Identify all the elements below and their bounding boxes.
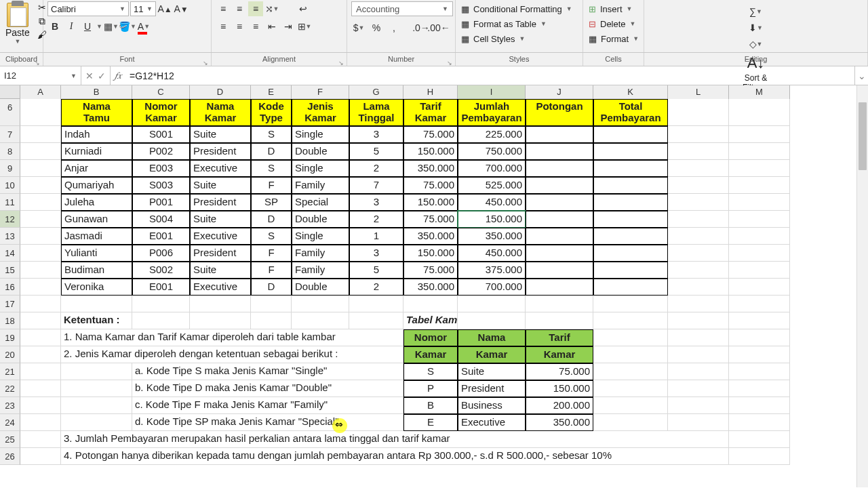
cell-H7[interactable]: 75.000 bbox=[403, 126, 458, 143]
cell-B10[interactable]: Qumariyah bbox=[61, 177, 132, 194]
tabel-kamar-header-H[interactable]: Nomor bbox=[403, 329, 458, 346]
tabel-kamar-title[interactable]: Tabel Kamar bbox=[403, 312, 458, 329]
cell-F16[interactable]: Double bbox=[292, 279, 349, 296]
cell[interactable] bbox=[593, 397, 668, 414]
cell-M11[interactable] bbox=[729, 194, 790, 211]
col-header-E[interactable]: E bbox=[251, 85, 292, 99]
cell-F10[interactable]: Family bbox=[292, 177, 349, 194]
cell-B14[interactable]: Yulianti bbox=[61, 245, 132, 262]
row-header-22[interactable]: 22 bbox=[0, 380, 20, 397]
tabel-kamar-I22[interactable]: President bbox=[458, 380, 526, 397]
tabel-kamar-H23[interactable]: B bbox=[403, 397, 458, 414]
cell-K12[interactable] bbox=[593, 211, 668, 228]
cell[interactable] bbox=[668, 346, 729, 363]
cell-B13[interactable]: Jasmadi bbox=[61, 228, 132, 245]
cell[interactable] bbox=[729, 380, 790, 397]
cell-B11[interactable]: Juleha bbox=[61, 194, 132, 211]
cell-E15[interactable]: F bbox=[251, 262, 292, 279]
cell-G13[interactable]: 1 bbox=[349, 228, 403, 245]
col-header-F[interactable]: F bbox=[292, 85, 349, 99]
cell[interactable] bbox=[729, 448, 790, 465]
col-header-H[interactable]: H bbox=[403, 85, 458, 99]
cell-K17[interactable] bbox=[593, 296, 668, 312]
bold-button[interactable]: B bbox=[47, 19, 62, 34]
cell-D9[interactable]: Executive bbox=[190, 160, 251, 177]
cell[interactable] bbox=[526, 312, 593, 329]
cell[interactable] bbox=[593, 380, 668, 397]
cell-H11[interactable]: 150.000 bbox=[403, 194, 458, 211]
cell-D8[interactable]: President bbox=[190, 143, 251, 160]
cell-A15[interactable] bbox=[20, 262, 61, 279]
cell-B7[interactable]: Indah bbox=[61, 126, 132, 143]
cell[interactable] bbox=[20, 448, 61, 465]
cell-H15[interactable]: 75.000 bbox=[403, 262, 458, 279]
align-center-icon[interactable]: ≡ bbox=[232, 19, 247, 34]
cell-E12[interactable]: D bbox=[251, 211, 292, 228]
align-middle-icon[interactable]: ≡ bbox=[232, 1, 247, 16]
header-B[interactable]: NamaTamu bbox=[61, 99, 132, 126]
cell-I10[interactable]: 525.000 bbox=[458, 177, 526, 194]
scrollbar-thumb[interactable] bbox=[859, 102, 867, 170]
cell-H8[interactable]: 150.000 bbox=[403, 143, 458, 160]
cell-B15[interactable]: Budiman bbox=[61, 262, 132, 279]
cell-H14[interactable]: 150.000 bbox=[403, 245, 458, 262]
row-header-19[interactable]: 19 bbox=[0, 329, 20, 346]
row-header-18[interactable]: 18 bbox=[0, 312, 20, 329]
cell-B9[interactable]: Anjar bbox=[61, 160, 132, 177]
cell-G11[interactable]: 3 bbox=[349, 194, 403, 211]
cell-D17[interactable] bbox=[190, 296, 251, 312]
cell-G17[interactable] bbox=[349, 296, 403, 312]
cell[interactable] bbox=[668, 312, 729, 329]
cell-C9[interactable]: E003 bbox=[132, 160, 190, 177]
cell-K7[interactable] bbox=[593, 126, 668, 143]
cell-K16[interactable] bbox=[593, 279, 668, 296]
row-header-9[interactable]: 9 bbox=[0, 160, 20, 177]
cell[interactable] bbox=[729, 346, 790, 363]
cell-I8[interactable]: 750.000 bbox=[458, 143, 526, 160]
cell-G8[interactable]: 5 bbox=[349, 143, 403, 160]
cell-A7[interactable] bbox=[20, 126, 61, 143]
cell-K11[interactable] bbox=[593, 194, 668, 211]
header-J[interactable]: Potongan bbox=[526, 99, 593, 126]
cell-J11[interactable] bbox=[526, 194, 593, 211]
cell-C8[interactable]: P002 bbox=[132, 143, 190, 160]
cell-L10[interactable] bbox=[668, 177, 729, 194]
cell-H13[interactable]: 350.000 bbox=[403, 228, 458, 245]
cell-K15[interactable] bbox=[593, 262, 668, 279]
cell[interactable] bbox=[20, 346, 61, 363]
cell[interactable] bbox=[668, 329, 729, 346]
fill-color-button[interactable]: 🪣▼ bbox=[120, 19, 135, 34]
cell-F8[interactable]: Double bbox=[292, 143, 349, 160]
row-header-25[interactable]: 25 bbox=[0, 431, 20, 448]
cell-H12[interactable]: 75.000 bbox=[403, 211, 458, 228]
header-I[interactable]: JumlahPembayaran bbox=[458, 99, 526, 126]
ketentuan-sub[interactable]: a. Kode Tipe S maka Jenis Kamar "Single" bbox=[132, 363, 403, 380]
cell-I7[interactable]: 225.000 bbox=[458, 126, 526, 143]
cell-M7[interactable] bbox=[729, 126, 790, 143]
row-header-14[interactable]: 14 bbox=[0, 245, 20, 262]
header-F[interactable]: JenisKamar bbox=[292, 99, 349, 126]
cell[interactable] bbox=[132, 312, 190, 329]
cell[interactable] bbox=[593, 312, 668, 329]
cell-E13[interactable]: S bbox=[251, 228, 292, 245]
cell-F11[interactable]: Special bbox=[292, 194, 349, 211]
italic-button[interactable]: I bbox=[64, 19, 79, 34]
cell[interactable] bbox=[668, 380, 729, 397]
cell[interactable] bbox=[668, 397, 729, 414]
ketentuan-line[interactable]: 1. Nama Kamar dan Tarif Kamar diperoleh … bbox=[61, 329, 403, 346]
col-header-B[interactable]: B bbox=[61, 85, 132, 99]
cell-A13[interactable] bbox=[20, 228, 61, 245]
tabel-kamar-header-I[interactable]: Nama bbox=[458, 329, 526, 346]
expand-formula-bar-icon[interactable]: ⌄ bbox=[854, 66, 868, 85]
cell-M9[interactable] bbox=[729, 160, 790, 177]
col-header-A[interactable]: A bbox=[20, 85, 61, 99]
cell-L14[interactable] bbox=[668, 245, 729, 262]
cell-D16[interactable]: Executive bbox=[190, 279, 251, 296]
cell-M6[interactable] bbox=[729, 99, 790, 126]
cell-D7[interactable]: Suite bbox=[190, 126, 251, 143]
row-header-24[interactable]: 24 bbox=[0, 414, 20, 431]
decrease-indent-icon[interactable]: ⇤ bbox=[264, 19, 279, 34]
cell[interactable] bbox=[61, 397, 132, 414]
cell-I12[interactable]: 150.000 bbox=[458, 211, 526, 228]
cell-L7[interactable] bbox=[668, 126, 729, 143]
